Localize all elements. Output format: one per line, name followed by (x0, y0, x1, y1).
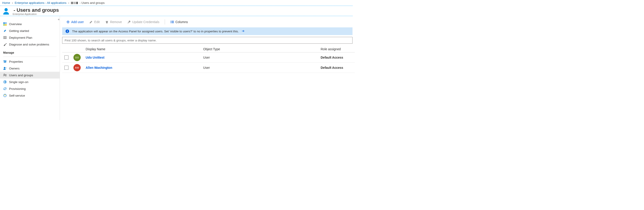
row-checkbox[interactable] (64, 56, 68, 60)
button-label: Remove (110, 20, 122, 24)
avatar: UU (74, 54, 81, 61)
sidebar-section-manage: Manage (0, 48, 60, 56)
page-header: - Users and groups Enterprise Applicatio… (0, 6, 352, 16)
avatar: AW (74, 64, 81, 71)
breadcrumb-enterprise-apps[interactable]: Enterprise applications - All applicatio… (15, 1, 66, 5)
main-panel: Add user Edit Remove Update Credentials (60, 16, 352, 120)
signon-icon (3, 80, 7, 84)
update-credentials-button[interactable]: Update Credentials (125, 19, 162, 25)
sidebar-item-label: Single sign-on (9, 80, 28, 84)
svg-rect-15 (170, 21, 172, 21)
svg-rect-16 (170, 22, 172, 22)
button-label: Update Credentials (132, 20, 159, 24)
button-label: Edit (94, 20, 100, 24)
edit-button[interactable]: Edit (87, 19, 102, 25)
sidebar: Overview Getting started Deployment Plan… (0, 16, 60, 120)
info-icon (65, 29, 69, 33)
svg-point-14 (4, 94, 6, 97)
collapse-sidebar-icon[interactable]: « (58, 18, 60, 21)
table-row[interactable]: UUUdo UnittestUserDefault Access (62, 53, 355, 63)
col-object-type[interactable]: Object Type (201, 46, 318, 53)
overview-icon (3, 22, 7, 26)
sidebar-item-owners[interactable]: Owners (0, 65, 60, 72)
page-subtitle: Enterprise Application (13, 13, 59, 15)
trash-icon (105, 20, 109, 24)
object-type: User (201, 63, 318, 73)
sidebar-item-overview[interactable]: Overview (0, 21, 60, 27)
user-name-link[interactable]: Allen Washington (86, 66, 112, 70)
book-icon (3, 36, 7, 39)
table-header-row: Display Name Object Type Role assigned (62, 46, 355, 53)
arrow-right-icon (242, 30, 245, 33)
sidebar-item-label: Provisioning (9, 87, 26, 91)
breadcrumb-home[interactable]: Home (2, 1, 10, 5)
svg-rect-17 (170, 23, 172, 23)
svg-rect-4 (5, 24, 6, 26)
sidebar-item-label: Properties (9, 60, 23, 63)
page-title: - Users and groups (13, 7, 59, 13)
object-type: User (201, 53, 318, 63)
breadcrumb-current: - Users and groups (80, 1, 104, 5)
svg-point-7 (5, 62, 6, 63)
svg-rect-2 (5, 23, 6, 24)
role-assigned: Default Access (318, 63, 355, 73)
info-action-link[interactable] (242, 30, 245, 33)
breadcrumb-app-name-redacted (71, 2, 78, 4)
columns-icon (170, 20, 174, 24)
search-wrap (60, 37, 352, 46)
sidebar-item-users-groups[interactable]: Users and groups (0, 72, 60, 79)
toolbar: Add user Edit Remove Update Credentials (62, 18, 352, 26)
svg-rect-23 (67, 30, 68, 31)
svg-point-12 (6, 74, 6, 75)
svg-rect-3 (4, 24, 5, 26)
users-table: Display Name Object Type Role assigned U… (62, 46, 355, 73)
pencil-icon (89, 20, 93, 24)
sidebar-item-deployment-plan[interactable]: Deployment Plan (0, 34, 60, 41)
sidebar-item-label: Deployment Plan (9, 36, 32, 39)
info-text: The application will appear on the Acces… (72, 30, 239, 33)
sidebar-item-provisioning[interactable]: Provisioning (0, 85, 60, 92)
svg-point-10 (6, 67, 6, 68)
columns-button[interactable]: Columns (168, 19, 190, 25)
breadcrumb: Home › Enterprise applications - All app… (0, 0, 352, 6)
rocket-icon (3, 29, 7, 33)
sidebar-item-label: Users and groups (9, 74, 33, 77)
svg-point-8 (6, 61, 6, 62)
user-name-link[interactable]: Udo Unittest (86, 56, 104, 59)
table-row[interactable]: AWAllen WashingtonUserDefault Access (62, 63, 355, 73)
page-title-suffix: - Users and groups (14, 7, 59, 13)
svg-rect-1 (4, 23, 5, 24)
sidebar-item-getting-started[interactable]: Getting started (0, 27, 60, 34)
sliders-icon (3, 60, 7, 63)
svg-point-0 (4, 8, 8, 11)
svg-rect-19 (172, 22, 174, 22)
button-label: Columns (175, 20, 188, 24)
breadcrumb-sep: › (68, 1, 69, 5)
add-user-button[interactable]: Add user (64, 19, 86, 25)
sidebar-item-diagnose[interactable]: Diagnose and solve problems (0, 41, 60, 48)
key-icon (127, 20, 131, 24)
people-icon (3, 67, 7, 70)
divider (3, 57, 56, 57)
remove-button[interactable]: Remove (103, 19, 124, 25)
button-label: Add user (71, 20, 84, 24)
toolbar-divider (165, 20, 165, 25)
svg-point-6 (4, 61, 4, 61)
svg-rect-22 (67, 31, 68, 32)
svg-rect-18 (172, 21, 174, 21)
row-checkbox[interactable] (64, 66, 68, 70)
plus-icon (66, 20, 70, 24)
sidebar-item-label: Owners (9, 67, 20, 70)
sidebar-item-self-service[interactable]: Self-service (0, 92, 60, 99)
sidebar-item-label: Getting started (9, 29, 29, 33)
col-role-assigned[interactable]: Role assigned (318, 46, 355, 53)
sidebar-item-properties[interactable]: Properties (0, 58, 60, 65)
self-service-icon (3, 94, 7, 97)
sync-icon (3, 87, 7, 91)
breadcrumb-sep: › (12, 1, 13, 5)
info-bar: The application will appear on the Acces… (62, 27, 352, 35)
search-input[interactable] (62, 37, 352, 44)
sidebar-item-sso[interactable]: Single sign-on (0, 79, 60, 85)
sidebar-item-label: Self-service (9, 94, 25, 97)
col-display-name[interactable]: Display Name (84, 46, 201, 53)
